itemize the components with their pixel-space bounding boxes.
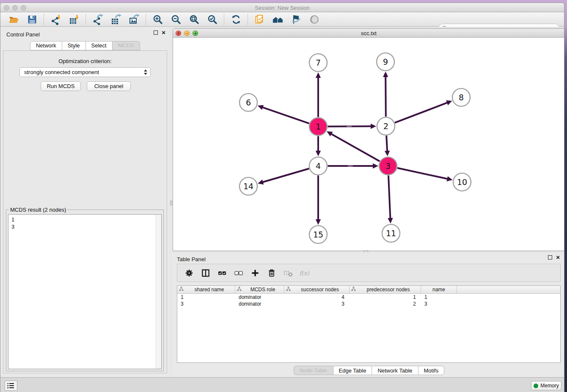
tab-motifs[interactable]: Motifs	[418, 366, 445, 375]
graph-edge-4-14[interactable]	[258, 168, 309, 185]
column-label: predecessor nodes	[358, 287, 419, 293]
graph-edge-4-15[interactable]	[316, 176, 321, 225]
result-scrollbar[interactable]	[156, 215, 161, 369]
close-panel-icon[interactable]: ×	[162, 30, 165, 35]
zoom-fit-icon[interactable]	[188, 14, 200, 25]
mcds-result-area[interactable]: 1 3	[8, 214, 162, 369]
split-panel-icon[interactable]	[200, 267, 211, 279]
divider-grip[interactable]	[170, 201, 172, 205]
toolbar-separator	[248, 14, 248, 25]
float-panel-icon[interactable]	[548, 255, 552, 259]
graph-node-6[interactable]: 6	[239, 94, 257, 111]
graph-edge-2-8[interactable]	[395, 100, 452, 123]
graph-node-2[interactable]: 2	[377, 117, 395, 135]
toolbar-separator	[224, 14, 224, 25]
clone-network-icon[interactable]	[254, 14, 265, 25]
network-frame-titlebar[interactable]: × − + scc.txt	[173, 29, 564, 38]
column-header-shared-name[interactable]: shared name	[177, 286, 235, 293]
eye-icon[interactable]	[308, 14, 320, 25]
graph-node-15[interactable]: 15	[309, 226, 327, 243]
table-row[interactable]: 3dominator323	[177, 301, 560, 307]
graph-edge-1-4[interactable]	[316, 136, 321, 157]
column-header-name[interactable]: name	[421, 286, 457, 293]
task-history-button[interactable]	[5, 381, 17, 391]
workspace: Control Panel × NetworkStyleSelectMCDS O…	[0, 27, 564, 377]
open-folder-icon[interactable]	[8, 14, 19, 25]
delete-row-icon[interactable]	[266, 267, 277, 279]
tree-icon	[179, 287, 184, 293]
svg-text:f(x): f(x)	[300, 269, 310, 276]
refresh-icon[interactable]	[230, 14, 242, 25]
criterion-value: strongly connected component	[24, 69, 99, 75]
network-canvas[interactable]: 7968124314101511	[173, 38, 564, 251]
tab-node-table[interactable]: Node Table	[294, 366, 333, 375]
window-title: Session: New Session	[0, 5, 564, 11]
graph-edge-2-3[interactable]	[385, 135, 390, 156]
close-panel-icon[interactable]: ×	[556, 255, 560, 259]
graph-node-7[interactable]: 7	[309, 54, 327, 72]
titlebar: Session: New Session	[0, 3, 564, 12]
float-panel-icon[interactable]	[154, 30, 158, 35]
tab-network[interactable]: Network	[30, 41, 62, 50]
graph-edge-3-10[interactable]	[397, 168, 453, 182]
criterion-select[interactable]: strongly connected component	[19, 67, 151, 77]
graph-node-label: 7	[316, 58, 321, 67]
node-table: shared nameMCDS rolesuccessor nodesprede…	[177, 285, 561, 363]
graph-node-8[interactable]: 8	[452, 88, 470, 106]
column-label: MCDS role	[243, 287, 282, 293]
graph-node-1[interactable]: 1	[309, 118, 327, 135]
tab-style[interactable]: Style	[62, 41, 86, 50]
graph-edge-2-9[interactable]	[383, 72, 388, 117]
column-header-predecessor-nodes[interactable]: predecessor nodes	[350, 286, 421, 293]
import-table-icon[interactable]	[68, 14, 80, 25]
tab-select[interactable]: Select	[85, 41, 113, 50]
graph-node-10[interactable]: 10	[453, 173, 471, 191]
table-tabs: Node TableEdge TableNetwork TableMotifs	[294, 366, 444, 375]
export-image-icon[interactable]	[128, 14, 140, 25]
graph-edge-4-3[interactable]	[328, 163, 379, 168]
graph-edge-3-11[interactable]	[388, 175, 393, 224]
graph-node-label: 10	[457, 177, 467, 187]
close-panel-button[interactable]: Close panel	[87, 81, 131, 91]
table-row[interactable]: 1dominator411	[177, 294, 560, 301]
flag-icon[interactable]	[290, 14, 302, 25]
graph-node-3[interactable]: 3	[379, 157, 397, 175]
toolbar-separator	[146, 14, 146, 25]
table-cell: 2	[350, 301, 421, 307]
run-mcds-button[interactable]: Run MCDS	[41, 81, 81, 91]
zoom-in-icon[interactable]	[152, 14, 163, 25]
select-all-icon[interactable]	[216, 267, 228, 279]
graph-node-4[interactable]: 4	[309, 157, 327, 175]
graph-edge-1-2[interactable]	[328, 124, 376, 129]
column-header-successor-nodes[interactable]: successor nodes	[284, 286, 350, 293]
import-network-icon[interactable]	[50, 14, 61, 25]
save-icon[interactable]	[26, 14, 38, 25]
column-header-MCDS-role[interactable]: MCDS role	[235, 286, 284, 293]
table-cell: 3	[177, 301, 235, 307]
tree-icon	[351, 287, 356, 293]
graph-edge-3-1[interactable]	[327, 131, 380, 161]
column-label: name	[423, 287, 455, 293]
memory-button[interactable]: Memory	[531, 381, 561, 390]
zoom-out-icon[interactable]	[170, 14, 182, 25]
graph-node-11[interactable]: 11	[382, 224, 400, 242]
graph-edge-1-6[interactable]	[258, 105, 309, 124]
deselect-all-icon[interactable]	[233, 267, 244, 279]
column-label: shared name	[185, 287, 233, 293]
delete-table-icon	[282, 267, 294, 279]
graph-edge-1-7[interactable]	[316, 72, 321, 117]
tab-edge-table[interactable]: Edge Table	[333, 366, 372, 375]
export-network-icon[interactable]	[92, 14, 103, 25]
zoom-selected-icon[interactable]	[206, 14, 218, 25]
settings-gear-icon[interactable]	[183, 267, 195, 279]
vertical-split-divider[interactable]	[170, 27, 173, 377]
main-toolbar	[0, 12, 564, 27]
home-icon[interactable]	[272, 14, 284, 25]
export-table-icon[interactable]	[110, 14, 121, 25]
graph-node-9[interactable]: 9	[377, 53, 394, 71]
tab-network-table[interactable]: Network Table	[372, 366, 418, 375]
toolbar-separator	[44, 14, 44, 25]
graph-node-14[interactable]: 14	[239, 177, 257, 195]
add-row-icon[interactable]	[249, 267, 261, 279]
tab-mcds[interactable]: MCDS	[112, 41, 140, 50]
